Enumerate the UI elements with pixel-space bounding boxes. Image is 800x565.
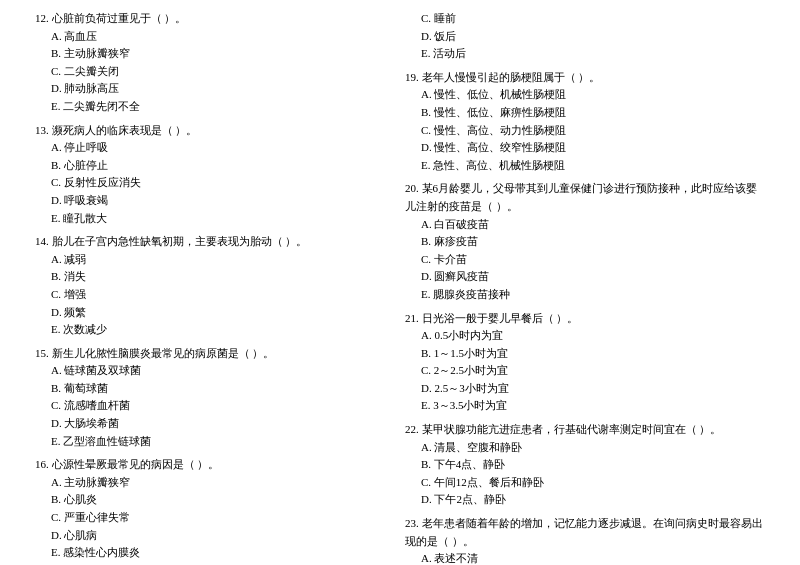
q21-opt-e: E. 3～3.5小时为宜 [405,397,765,415]
q22-opt-a: A. 清晨、空腹和静卧 [405,439,765,457]
q15-opt-c: C. 流感嗜血杆菌 [35,397,395,415]
q21-opt-c: C. 2～2.5小时为宜 [405,362,765,380]
q21-opt-b: B. 1～1.5小时为宜 [405,345,765,363]
q21-title: 21. 日光浴一般于婴儿早餐后（ ）。 [405,310,765,328]
page-content: 12. 心脏前负荷过重见于（ ）。 A. 高血压 B. 主动脉瓣狭窄 C. 二尖… [30,10,770,565]
q15-opt-b: B. 葡萄球菌 [35,380,395,398]
q13-title: 13. 濒死病人的临床表现是（ ）。 [35,122,395,140]
q16-opt-b: B. 心肌炎 [35,491,395,509]
q14-opt-c: C. 增强 [35,286,395,304]
q22-opt-c: C. 午间12点、餐后和静卧 [405,474,765,492]
q22-title: 22. 某甲状腺功能亢进症患者，行基础代谢率测定时间宜在（ ）。 [405,421,765,439]
question-13: 13. 濒死病人的临床表现是（ ）。 A. 停止呼吸 B. 心脏停止 C. 反射… [35,122,395,228]
q16-opt-c: C. 严重心律失常 [35,509,395,527]
q20-title: 20. 某6月龄婴儿，父母带其到儿童保健门诊进行预防接种，此时应给该婴儿注射的疫… [405,180,765,215]
q16-opt-d: D. 心肌病 [35,527,395,545]
q13-opt-b: B. 心脏停止 [35,157,395,175]
q12-opt-d: D. 肺动脉高压 [35,80,395,98]
q21-opt-a: A. 0.5小时内为宜 [405,327,765,345]
q19-title: 19. 老年人慢慢引起的肠梗阻属于（ ）。 [405,69,765,87]
q18-opt-e: E. 活动后 [405,45,765,63]
right-column: C. 睡前 D. 饭后 E. 活动后 19. 老年人慢慢引起的肠梗阻属于（ ）。… [400,10,770,565]
q15-opt-e: E. 乙型溶血性链球菌 [35,433,395,451]
q16-opt-e: E. 感染性心内膜炎 [35,544,395,562]
q12-opt-e: E. 二尖瓣先闭不全 [35,98,395,116]
q16-title: 16. 心源性晕厥最常见的病因是（ ）。 [35,456,395,474]
question-22: 22. 某甲状腺功能亢进症患者，行基础代谢率测定时间宜在（ ）。 A. 清晨、空… [405,421,765,509]
q13-opt-a: A. 停止呼吸 [35,139,395,157]
q12-title: 12. 心脏前负荷过重见于（ ）。 [35,10,395,28]
q23-opt-a: A. 表述不清 [405,550,765,565]
q19-opt-e: E. 急性、高位、机械性肠梗阻 [405,157,765,175]
q14-opt-b: B. 消失 [35,268,395,286]
q20-opt-b: B. 麻疹疫苗 [405,233,765,251]
q14-opt-d: D. 频繁 [35,304,395,322]
question-21: 21. 日光浴一般于婴儿早餐后（ ）。 A. 0.5小时内为宜 B. 1～1.5… [405,310,765,416]
q13-opt-c: C. 反射性反应消失 [35,174,395,192]
q20-opt-d: D. 圆癣风疫苗 [405,268,765,286]
question-12: 12. 心脏前负荷过重见于（ ）。 A. 高血压 B. 主动脉瓣狭窄 C. 二尖… [35,10,395,116]
q22-opt-b: B. 下午4点、静卧 [405,456,765,474]
q15-opt-a: A. 链球菌及双球菌 [35,362,395,380]
q19-opt-d: D. 慢性、高位、绞窄性肠梗阻 [405,139,765,157]
question-15: 15. 新生儿化脓性脑膜炎最常见的病原菌是（ ）。 A. 链球菌及双球菌 B. … [35,345,395,451]
q13-opt-d: D. 呼吸衰竭 [35,192,395,210]
q20-opt-e: E. 腮腺炎疫苗接种 [405,286,765,304]
q23-title: 23. 老年患者随着年龄的增加，记忆能力逐步减退。在询问病史时最容易出现的是（ … [405,515,765,550]
q19-opt-a: A. 慢性、低位、机械性肠梗阻 [405,86,765,104]
question-14: 14. 胎儿在子宫内急性缺氧初期，主要表现为胎动（ ）。 A. 减弱 B. 消失… [35,233,395,339]
q15-opt-d: D. 大肠埃希菌 [35,415,395,433]
q12-opt-a: A. 高血压 [35,28,395,46]
q13-opt-e: E. 瞳孔散大 [35,210,395,228]
question-16: 16. 心源性晕厥最常见的病因是（ ）。 A. 主动脉瓣狭窄 B. 心肌炎 C.… [35,456,395,562]
q19-opt-c: C. 慢性、高位、动力性肠梗阻 [405,122,765,140]
q15-title: 15. 新生儿化脓性脑膜炎最常见的病原菌是（ ）。 [35,345,395,363]
left-column: 12. 心脏前负荷过重见于（ ）。 A. 高血压 B. 主动脉瓣狭窄 C. 二尖… [30,10,400,565]
q19-opt-b: B. 慢性、低位、麻痹性肠梗阻 [405,104,765,122]
q14-opt-a: A. 减弱 [35,251,395,269]
q18-opt-c: C. 睡前 [405,10,765,28]
q20-opt-a: A. 白百破疫苗 [405,216,765,234]
q16-opt-a: A. 主动脉瓣狭窄 [35,474,395,492]
q20-opt-c: C. 卡介苗 [405,251,765,269]
q14-title: 14. 胎儿在子宫内急性缺氧初期，主要表现为胎动（ ）。 [35,233,395,251]
question-23: 23. 老年患者随着年龄的增加，记忆能力逐步减退。在询问病史时最容易出现的是（ … [405,515,765,565]
question-19: 19. 老年人慢慢引起的肠梗阻属于（ ）。 A. 慢性、低位、机械性肠梗阻 B.… [405,69,765,175]
q14-opt-e: E. 次数减少 [35,321,395,339]
q21-opt-d: D. 2.5～3小时为宜 [405,380,765,398]
question-18-cont: C. 睡前 D. 饭后 E. 活动后 [405,10,765,63]
q12-opt-b: B. 主动脉瓣狭窄 [35,45,395,63]
q18-opt-d: D. 饭后 [405,28,765,46]
q22-opt-d: D. 下午2点、静卧 [405,491,765,509]
question-20: 20. 某6月龄婴儿，父母带其到儿童保健门诊进行预防接种，此时应给该婴儿注射的疫… [405,180,765,303]
q12-opt-c: C. 二尖瓣关闭 [35,63,395,81]
